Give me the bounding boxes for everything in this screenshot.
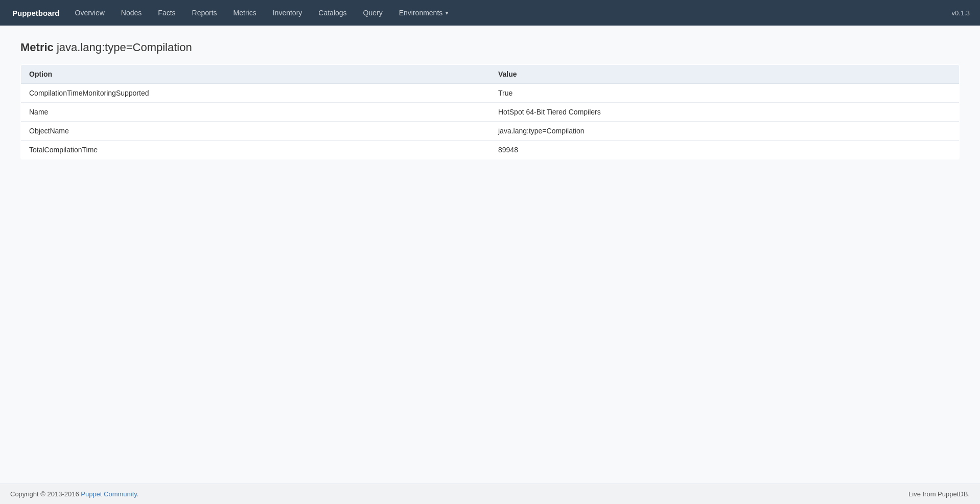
nav-item-reports[interactable]: Reports <box>184 0 225 26</box>
nav-item-catalogs[interactable]: Catalogs <box>310 0 355 26</box>
page-title: Metric java.lang:type=Compilation <box>20 41 960 54</box>
table-header-row: Option Value <box>21 65 960 84</box>
nav-item-nodes[interactable]: Nodes <box>113 0 150 26</box>
table-cell-option: Name <box>21 103 491 122</box>
nav-items: Overview Nodes Facts Reports Metrics Inv… <box>67 0 952 26</box>
table-cell-option: TotalCompilationTime <box>21 141 491 159</box>
metric-table: Option Value CompilationTimeMonitoringSu… <box>20 64 960 159</box>
table-cell-value: 89948 <box>490 141 960 159</box>
col-header-option: Option <box>21 65 491 84</box>
nav-item-metrics[interactable]: Metrics <box>225 0 265 26</box>
table-row: ObjectNamejava.lang:type=Compilation <box>21 122 960 141</box>
table-cell-value: True <box>490 84 960 103</box>
table-cell-value: java.lang:type=Compilation <box>490 122 960 141</box>
nav-item-overview[interactable]: Overview <box>67 0 113 26</box>
nav-version: v0.1.3 <box>952 9 975 17</box>
navbar: Puppetboard Overview Nodes Facts Reports… <box>0 0 980 26</box>
footer-live-text: Live from PuppetDB. <box>908 490 970 498</box>
col-header-value: Value <box>490 65 960 84</box>
main-content: Metric java.lang:type=Compilation Option… <box>0 26 980 484</box>
footer-copyright: Copyright © 2013-2016 Puppet Community. <box>10 490 138 498</box>
table-row: NameHotSpot 64-Bit Tiered Compilers <box>21 103 960 122</box>
chevron-down-icon: ▾ <box>446 10 448 16</box>
nav-item-environments[interactable]: Environments ▾ <box>391 0 457 26</box>
table-cell-option: CompilationTimeMonitoringSupported <box>21 84 491 103</box>
nav-item-facts[interactable]: Facts <box>150 0 183 26</box>
table-cell-value: HotSpot 64-Bit Tiered Compilers <box>490 103 960 122</box>
nav-item-inventory[interactable]: Inventory <box>265 0 311 26</box>
nav-item-query[interactable]: Query <box>355 0 391 26</box>
table-row: TotalCompilationTime89948 <box>21 141 960 159</box>
footer-link[interactable]: Puppet Community <box>81 490 137 498</box>
table-row: CompilationTimeMonitoringSupportedTrue <box>21 84 960 103</box>
table-cell-option: ObjectName <box>21 122 491 141</box>
nav-brand[interactable]: Puppetboard <box>5 9 67 17</box>
footer: Copyright © 2013-2016 Puppet Community. … <box>0 484 980 504</box>
